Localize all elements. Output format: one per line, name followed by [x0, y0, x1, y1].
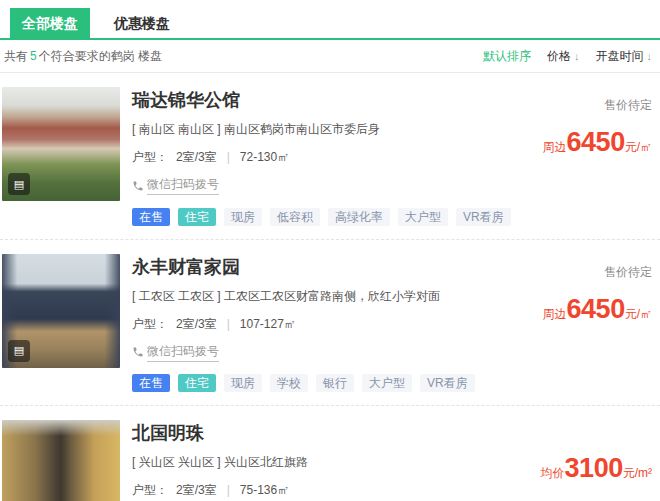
tab-all-properties[interactable]: 全部楼盘	[10, 8, 90, 38]
separator: |	[217, 150, 240, 164]
listing-title[interactable]: 瑞达锦华公馆	[132, 88, 504, 112]
tag-feature: VR看房	[456, 208, 511, 226]
listing-layout-line: 户型：2室/3室|107-127㎡	[132, 316, 504, 333]
sort-price-label: 价格	[547, 48, 571, 65]
layout-value: 2室/3室	[176, 483, 217, 497]
price-unit: 元/㎡	[625, 307, 652, 321]
panorama-badge-icon: ▤	[8, 173, 30, 195]
listing-info: 瑞达锦华公馆 [ 南山区 南山区 ] 南山区鹤岗市南山区市委后身 户型：2室/3…	[120, 87, 504, 226]
listing-layout-line: 户型：2室/3室|75-136㎡	[132, 482, 504, 499]
wechat-scan-dial-link[interactable]: 微信扫码拨号	[132, 343, 219, 362]
area-value: 107-127㎡	[240, 317, 296, 331]
result-count: 5	[28, 49, 39, 63]
wechat-scan-dial-link[interactable]: 微信扫码拨号	[132, 176, 219, 195]
price-value: 3100	[565, 453, 623, 483]
layout-value: 2室/3室	[176, 150, 217, 164]
tag-feature: VR看房	[420, 374, 475, 392]
sort-default[interactable]: 默认排序	[483, 48, 531, 65]
layout-label: 户型：	[132, 483, 168, 497]
listing-info: 永丰财富家园 [ 工农区 工农区 ] 工农区工农区财富路南侧，欣红小学对面 户型…	[120, 254, 504, 393]
panorama-badge-icon: ▤	[8, 340, 30, 362]
layout-label: 户型：	[132, 317, 168, 331]
tag-feature: 学校	[270, 374, 308, 392]
tag-feature: 大户型	[362, 374, 412, 392]
listing-title[interactable]: 永丰财富家园	[132, 255, 504, 279]
sort-open-date[interactable]: 开盘时间↓	[596, 48, 653, 65]
listing-photo[interactable]: ▤	[2, 254, 120, 368]
price-value: 6450	[567, 294, 625, 324]
price-column: 售价待定 周边6450元/㎡	[504, 87, 652, 226]
price-column: 均价3100元/m²	[504, 420, 652, 501]
tag-row: 在售 住宅 现房 低容积 高绿化率 大户型 VR看房	[132, 208, 504, 226]
listing-photo[interactable]: ▤	[2, 87, 120, 201]
tab-bar: 全部楼盘 优惠楼盘	[0, 0, 660, 40]
price-status: 售价待定	[504, 97, 652, 114]
area-value: 72-130㎡	[240, 150, 289, 164]
tag-feature: 现房	[224, 374, 262, 392]
tag-residential: 住宅	[178, 374, 216, 392]
panorama-glyph: ▤	[14, 179, 24, 190]
listing-location: [ 兴山区 兴山区 ] 兴山区北红旗路	[132, 454, 504, 471]
tag-row: 在售 住宅 现房 学校 银行 大户型 VR看房	[132, 374, 504, 392]
tag-feature: 现房	[224, 208, 262, 226]
price-prefix: 周边	[543, 140, 567, 154]
price-unit: 元/m²	[623, 466, 652, 480]
listing-card-yongfeng: ▤ 永丰财富家园 [ 工农区 工农区 ] 工农区工农区财富路南侧，欣红小学对面 …	[0, 240, 660, 407]
listing-photo[interactable]: ▤	[2, 420, 120, 501]
tag-feature: 大户型	[398, 208, 448, 226]
price-value: 6450	[567, 127, 625, 157]
tag-feature: 银行	[316, 374, 354, 392]
price-line: 周边6450元/㎡	[504, 294, 652, 325]
layout-label: 户型：	[132, 150, 168, 164]
result-sort-bar: 共有5个符合要求的鹤岗 楼盘 默认排序 价格↓ 开盘时间↓	[0, 40, 660, 73]
phone-icon	[132, 346, 144, 358]
price-line: 均价3100元/m²	[504, 453, 652, 484]
sort-controls: 默认排序 价格↓ 开盘时间↓	[483, 48, 652, 65]
price-status: 售价待定	[504, 264, 652, 281]
result-prefix: 共有	[4, 49, 28, 63]
tag-on-sale: 在售	[132, 208, 170, 226]
arrow-down-icon: ↓	[647, 50, 653, 62]
listing-info: 北国明珠 [ 兴山区 兴山区 ] 兴山区北红旗路 户型：2室/3室|75-136…	[120, 420, 504, 501]
tag-on-sale: 在售	[132, 374, 170, 392]
area-value: 75-136㎡	[240, 483, 289, 497]
price-prefix: 周边	[543, 307, 567, 321]
wechat-dial-label: 微信扫码拨号	[147, 343, 219, 362]
listing-location: [ 工农区 工农区 ] 工农区工农区财富路南侧，欣红小学对面	[132, 288, 504, 305]
tag-feature: 低容积	[270, 208, 320, 226]
tag-residential: 住宅	[178, 208, 216, 226]
arrow-down-icon: ↓	[574, 50, 580, 62]
phone-icon	[132, 180, 144, 192]
price-prefix: 均价	[541, 466, 565, 480]
listing-title[interactable]: 北国明珠	[132, 421, 504, 445]
sort-open-date-label: 开盘时间	[596, 48, 644, 65]
result-count-text: 共有5个符合要求的鹤岗 楼盘	[4, 48, 162, 65]
listing-card-beiguo: ▤ 北国明珠 [ 兴山区 兴山区 ] 兴山区北红旗路 户型：2室/3室|75-1…	[0, 406, 660, 501]
wechat-dial-label: 微信扫码拨号	[147, 176, 219, 195]
separator: |	[217, 483, 240, 497]
price-line: 周边6450元/㎡	[504, 127, 652, 158]
sort-price[interactable]: 价格↓	[547, 48, 580, 65]
listing-card-ruida: ▤ 瑞达锦华公馆 [ 南山区 南山区 ] 南山区鹤岗市南山区市委后身 户型：2室…	[0, 73, 660, 240]
separator: |	[217, 317, 240, 331]
result-suffix: 个符合要求的鹤岗 楼盘	[39, 49, 162, 63]
layout-value: 2室/3室	[176, 317, 217, 331]
panorama-glyph: ▤	[14, 345, 24, 356]
listing-location: [ 南山区 南山区 ] 南山区鹤岗市南山区市委后身	[132, 121, 504, 138]
listing-layout-line: 户型：2室/3室|72-130㎡	[132, 149, 504, 166]
tag-feature: 高绿化率	[328, 208, 390, 226]
price-unit: 元/㎡	[625, 140, 652, 154]
price-column: 售价待定 周边6450元/㎡	[504, 254, 652, 393]
listings-page: 全部楼盘 优惠楼盘 共有5个符合要求的鹤岗 楼盘 默认排序 价格↓ 开盘时间↓ …	[0, 0, 660, 501]
tab-discount-properties[interactable]: 优惠楼盘	[90, 8, 194, 38]
